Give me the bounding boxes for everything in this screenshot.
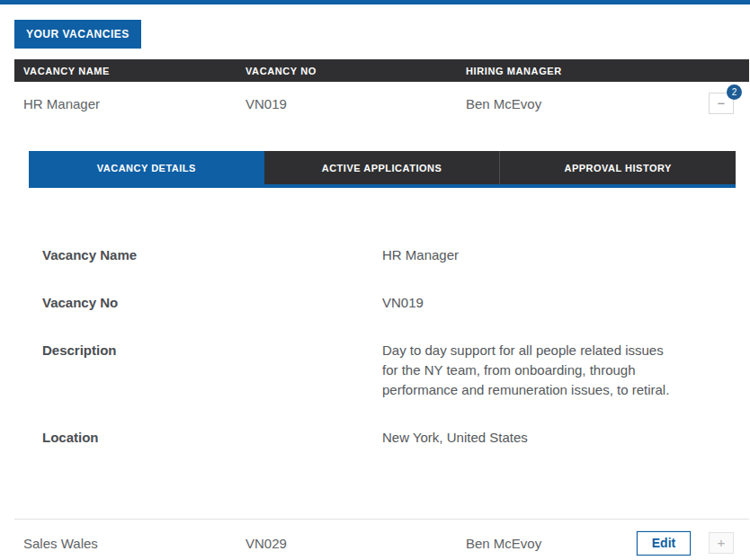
field-vacancy-no: Vacancy No VN019 <box>42 293 749 313</box>
vacancy-no-cell: VN029 <box>237 536 466 551</box>
tab-approval-history[interactable]: APPROVAL HISTORY <box>499 151 736 184</box>
your-vacancies-button[interactable]: YOUR VACANCIES <box>14 20 141 49</box>
row-actions: − 2 <box>709 93 734 114</box>
detail-tabbar: VACANCY DETAILS ACTIVE APPLICATIONS APPR… <box>29 151 736 188</box>
field-value: New York, United States <box>382 428 670 448</box>
detail-fields: Vacancy Name HR Manager Vacancy No VN019… <box>14 188 749 448</box>
row-actions: Edit + <box>637 531 734 556</box>
hiring-manager-cell: Ben McEvoy <box>466 536 637 551</box>
field-value: Day to day support for all people relate… <box>382 341 670 400</box>
field-label: Description <box>42 341 382 400</box>
column-header-vacancy-name: VACANCY NAME <box>14 66 237 76</box>
tab-active-applications[interactable]: ACTIVE APPLICATIONS <box>264 151 500 184</box>
collapse-control: − 2 <box>709 93 734 114</box>
field-label: Vacancy No <box>42 293 382 313</box>
minus-icon: − <box>718 95 726 111</box>
table-header-row: VACANCY NAME VACANCY NO HIRING MANAGER <box>14 59 749 82</box>
applications-count-badge: 2 <box>727 84 742 100</box>
field-label: Location <box>42 428 382 448</box>
vacancy-table: VACANCY NAME VACANCY NO HIRING MANAGER H… <box>14 59 749 560</box>
expand-row-button[interactable]: + <box>709 532 734 554</box>
vacancy-name-cell: HR Manager <box>14 96 237 111</box>
field-vacancy-name: Vacancy Name HR Manager <box>42 245 749 265</box>
field-value: HR Manager <box>382 245 670 265</box>
hiring-manager-cell: Ben McEvoy <box>466 96 709 111</box>
field-value: VN019 <box>382 293 670 313</box>
vacancy-detail-panel: VACANCY DETAILS ACTIVE APPLICATIONS APPR… <box>14 151 749 519</box>
expand-control: + <box>709 532 734 554</box>
vacancy-no-cell: VN019 <box>237 96 466 111</box>
table-row: HR Manager VN019 Ben McEvoy − 2 <box>14 82 749 125</box>
field-location: Location New York, United States <box>42 428 749 448</box>
tab-vacancy-details[interactable]: VACANCY DETAILS <box>29 151 264 184</box>
table-row: Sales Wales VN029 Ben McEvoy Edit + <box>14 519 749 560</box>
field-description: Description Day to day support for all p… <box>42 341 749 400</box>
field-label: Vacancy Name <box>42 245 382 265</box>
edit-button[interactable]: Edit <box>637 531 691 556</box>
column-header-hiring-manager: HIRING MANAGER <box>466 66 749 76</box>
plus-icon: + <box>718 535 726 550</box>
page: YOUR VACANCIES VACANCY NAME VACANCY NO H… <box>0 4 750 560</box>
vacancy-name-cell: Sales Wales <box>14 536 237 551</box>
column-header-vacancy-no: VACANCY NO <box>237 66 466 76</box>
